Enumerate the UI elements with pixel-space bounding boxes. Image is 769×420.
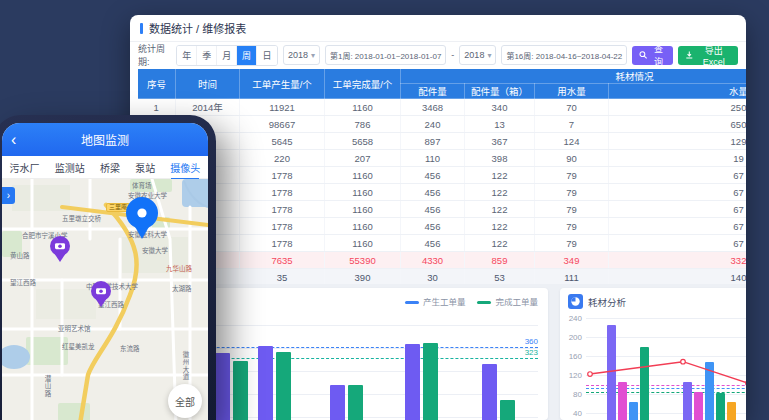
bar-完成工单量 (233, 361, 248, 420)
table-cell: 349 (535, 252, 609, 269)
chevron-down-icon: ▾ (311, 51, 315, 60)
table-cell: 340 (465, 99, 535, 116)
table-cell: 11921 (240, 99, 325, 116)
y-axis-tick: 200 (562, 333, 582, 342)
bar (727, 402, 736, 420)
bar (694, 392, 703, 420)
table-cell: 67 (609, 201, 747, 218)
table-cell: 98667 (240, 116, 325, 133)
phone-tab-bar: 污水厂监测站桥梁泵站摄像头 (2, 156, 208, 179)
table-cell: 240 (401, 116, 465, 133)
table-cell: 13 (465, 116, 535, 133)
table-cell: 79 (535, 218, 609, 235)
col-header: 序号 (138, 69, 176, 99)
y-axis-tick: 160 (562, 352, 582, 361)
average-row: 平均值353903053111140 (138, 269, 747, 286)
period-option-季[interactable]: 季 (197, 46, 217, 65)
table-row: 298667786240137650 (138, 116, 747, 133)
table-cell: 67 (609, 167, 747, 184)
tab-摄像头[interactable]: 摄像头 (169, 157, 201, 178)
period-option-年[interactable]: 年 (177, 46, 197, 65)
table-row: 9177811604561227967 (138, 235, 747, 252)
table-cell: 207 (325, 150, 401, 167)
table-cell: 79 (535, 235, 609, 252)
map-label: 九华山路 (166, 265, 192, 272)
tab-桥梁[interactable]: 桥梁 (99, 157, 121, 178)
sub-header: 水量 (609, 84, 747, 99)
map-view[interactable]: › 全部 体育场安徽农业大学三里庵五里墩立交桥合肥市宁溪小学安徽医科大学安徽大学… (2, 179, 208, 420)
from-year-select[interactable]: 2018 ▾ (283, 45, 320, 65)
table-cell: 1160 (325, 184, 401, 201)
table-cell: 220 (240, 150, 325, 167)
table-cell: 79 (535, 167, 609, 184)
table-cell: 53 (465, 269, 535, 286)
tab-污水厂[interactable]: 污水厂 (9, 157, 41, 178)
to-year-select[interactable]: 2018 ▾ (459, 45, 496, 65)
to-week-field[interactable]: 第16周: 2018-04-16~2018-04-22 (501, 45, 627, 65)
table-cell: 398 (465, 150, 535, 167)
gridline (586, 318, 746, 319)
bar-产生工单量 (405, 344, 420, 420)
export-excel-button[interactable]: 导出Excel (678, 46, 738, 65)
bar-产生工单量 (330, 385, 345, 420)
query-button[interactable]: 查询 (632, 46, 673, 65)
consumable-analysis-chart: 耗材分析 2402001601208040 (560, 288, 746, 420)
period-segmented-control[interactable]: 年季月周日 (176, 45, 278, 66)
expand-map-toggle[interactable]: › (2, 187, 15, 204)
table-cell: 79 (535, 201, 609, 218)
table-row: 5177811604561227967 (138, 167, 747, 184)
table-cell: 35 (240, 269, 325, 286)
col-header: 工单完成量/个 (325, 69, 401, 99)
bar-产生工单量 (215, 353, 230, 420)
period-option-月[interactable]: 月 (217, 46, 237, 65)
table-cell: 897 (401, 133, 465, 150)
map-label: 太湖路 (172, 285, 192, 292)
bar (640, 347, 649, 420)
bar-产生工单量 (258, 346, 273, 420)
table-cell: 129 (609, 133, 747, 150)
chart-legend: 产生工单量完成工单量 (405, 295, 538, 307)
table-cell: 456 (401, 218, 465, 235)
table-cell: 79 (535, 184, 609, 201)
table-cell: 7635 (240, 252, 325, 269)
table-header: 序号 时间 工单产生量/个 工单完成量/个 耗材情况 配件量 配件量（箱） 用水… (138, 69, 747, 99)
dashboard-card: 数据统计 / 维修报表 统计周期: 年季月周日 2018 ▾ 第1周: 2018… (130, 15, 746, 420)
from-week-field[interactable]: 第1周: 2018-01-01~2018-01-07 (325, 45, 446, 65)
breadcrumb-text: 数据统计 / 维修报表 (149, 20, 246, 36)
from-year-value: 2018 (288, 50, 308, 60)
phone-screen: ‹ 地图监测 污水厂监测站桥梁泵站摄像头 (2, 123, 208, 420)
map-label: 望江西路 (10, 279, 36, 286)
query-button-label: 查询 (651, 42, 666, 68)
tab-泵站[interactable]: 泵站 (134, 157, 156, 178)
bar-完成工单量 (348, 385, 363, 420)
bar-完成工单量 (276, 352, 291, 420)
table-cell: 90 (535, 150, 609, 167)
table-cell: 110 (401, 150, 465, 167)
group-header: 耗材情况 (401, 69, 747, 84)
table-cell: 456 (401, 184, 465, 201)
table-row: 356455658897367124129 (138, 133, 747, 150)
sub-header: 配件量 (401, 84, 465, 99)
bar (683, 382, 692, 420)
camera-marker[interactable] (90, 280, 112, 312)
period-option-日[interactable]: 日 (257, 46, 277, 65)
legend-item: 产生工单量 (405, 295, 466, 307)
period-option-周[interactable]: 周 (237, 46, 257, 65)
table-cell: 4330 (401, 252, 465, 269)
map-label: 安徽大学 (142, 247, 168, 254)
back-icon[interactable]: ‹ (11, 132, 16, 148)
tab-监测站[interactable]: 监测站 (54, 157, 86, 178)
table-cell: 67 (609, 184, 747, 201)
bar-产生工单量 (482, 364, 497, 420)
table-cell: 1160 (325, 218, 401, 235)
period-label: 统计周期: (138, 42, 171, 68)
charts-section: 产生工单量完成工单量 360323 耗材分析 2402001601208040 (130, 284, 746, 420)
phone-header: ‹ 地图监测 (2, 123, 208, 156)
map-label: 徽州大道 (182, 351, 189, 381)
table-cell: 55390 (325, 252, 401, 269)
camera-marker[interactable] (49, 235, 71, 267)
map-label: 黄山路 (10, 252, 30, 259)
table-cell: 2014年 (176, 99, 240, 116)
location-pin-marker[interactable] (124, 195, 160, 245)
all-filter-button[interactable]: 全部 (168, 384, 202, 418)
